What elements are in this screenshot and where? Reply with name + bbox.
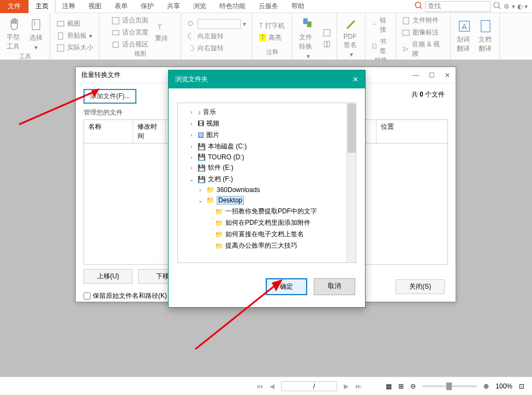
fit-page-btn[interactable]: 适合页面	[110, 15, 150, 26]
tab-browse[interactable]: 浏览	[187, 0, 213, 13]
search-icon[interactable]	[414, 1, 423, 11]
close-icon[interactable]: ✕	[445, 71, 450, 79]
zoom-value[interactable]: 100%	[495, 382, 512, 390]
tab-comment[interactable]: 注释	[56, 0, 82, 13]
tree-scrollbar[interactable]	[346, 103, 356, 262]
cancel-button[interactable]: 取消	[314, 278, 355, 295]
rotate-left-btn[interactable]: 向左旋转	[186, 31, 247, 41]
next-page-icon[interactable]: ▶	[344, 382, 349, 390]
signature-btn[interactable]: PDF签名▾	[342, 15, 361, 59]
group-view-label: 视图	[134, 50, 146, 59]
col-time[interactable]: 修改时间	[133, 120, 166, 143]
maximize-icon[interactable]: ☐	[429, 71, 435, 79]
add-file-button[interactable]: 添加文件(F)...	[83, 89, 136, 104]
svg-text:T: T	[158, 23, 162, 31]
svg-rect-16	[324, 29, 330, 36]
svg-rect-19	[403, 17, 409, 24]
tab-cloud[interactable]: 云服务	[252, 0, 285, 13]
svg-point-13	[188, 21, 193, 26]
keep-path-checkbox[interactable]	[83, 292, 91, 300]
move-up-button[interactable]: 上移(U)	[83, 269, 133, 284]
browse-close-icon[interactable]: ✕	[352, 75, 358, 83]
prev-page-icon[interactable]: ◀	[270, 382, 274, 390]
browse-folder-dialog: 浏览文件夹 ✕ ›♪音乐 ›🎞视频 ›🖼图片 ›💾本地磁盘 (C:) ›💾TOU…	[168, 70, 366, 308]
svg-rect-20	[403, 30, 409, 35]
search-input[interactable]: 查找	[425, 1, 491, 12]
zoom-out-icon[interactable]: ⊖	[410, 382, 416, 390]
page-input[interactable]: /	[281, 381, 337, 391]
merge-icon[interactable]	[321, 39, 332, 49]
tab-protect[interactable]: 保护	[134, 0, 160, 13]
group-comment-label: 注释	[266, 48, 278, 57]
close-button[interactable]: 关闭(S)	[396, 279, 445, 294]
doc-translate-btn[interactable]: 文档翻译	[476, 17, 496, 55]
svg-rect-7	[58, 33, 63, 39]
zoom-in-icon[interactable]: ⊕	[483, 382, 489, 390]
image-annot-btn[interactable]: 图像标注	[401, 27, 446, 38]
typewriter-btn[interactable]: T打字机	[258, 21, 286, 31]
rotate-right-btn[interactable]: 向右旋转	[186, 43, 247, 53]
last-page-icon[interactable]: ⏭	[355, 382, 362, 390]
keep-path-label: 保留原始文件名和路径(K)	[93, 291, 167, 301]
search-go-icon[interactable]	[493, 1, 501, 11]
fit-visible-btn[interactable]: 适合视区	[110, 39, 150, 50]
bookmark-btn[interactable]: 书签	[370, 37, 391, 56]
tab-special[interactable]: 特色功能	[213, 0, 252, 13]
screenshot-btn[interactable]: 截图	[55, 19, 94, 29]
col-location[interactable]: 位置	[376, 120, 447, 143]
svg-rect-11	[113, 42, 118, 47]
select-tool[interactable]: 选择▾	[26, 16, 46, 52]
reflow-btn[interactable]: T重排	[153, 21, 170, 44]
selected-folder: Desktop	[217, 196, 244, 205]
col-name[interactable]: 名称	[84, 120, 133, 143]
zoom-combo[interactable]: ▾	[186, 19, 247, 29]
folder-tree[interactable]: ›♪音乐 ›🎞视频 ›🖼图片 ›💾本地磁盘 (C:) ›💾TOURO (D:) …	[177, 103, 356, 263]
svg-rect-4	[32, 19, 40, 29]
svg-marker-21	[404, 47, 408, 51]
svg-rect-8	[57, 45, 64, 51]
tab-form[interactable]: 表单	[108, 0, 134, 13]
attach-btn[interactable]: 文件附件	[401, 15, 446, 26]
minimize-icon[interactable]: —	[413, 71, 419, 79]
ok-button[interactable]: 确定	[266, 278, 307, 295]
clipboard-btn[interactable]: 剪贴板 ▾	[55, 31, 94, 41]
svg-text:A: A	[462, 22, 467, 31]
svg-point-2	[494, 2, 499, 8]
tab-file[interactable]: 文件	[0, 0, 28, 13]
svg-line-1	[420, 7, 422, 9]
tab-view[interactable]: 视图	[82, 0, 108, 13]
file-count: 共 0 个文件	[411, 90, 445, 99]
convert-btn[interactable]: 文件转换▾	[297, 15, 319, 61]
svg-rect-24	[481, 20, 489, 32]
actual-size-btn[interactable]: 实际大小	[55, 43, 94, 53]
svg-line-3	[499, 7, 500, 9]
svg-rect-14	[303, 19, 307, 25]
browse-dialog-title: 浏览文件夹	[175, 75, 208, 84]
fit-width-btn[interactable]: 适合宽度	[110, 27, 150, 38]
ocr-icon[interactable]	[321, 28, 332, 38]
audio-video-btn[interactable]: 音频 & 视频	[401, 39, 446, 59]
svg-rect-18	[327, 41, 330, 47]
tab-help[interactable]: 帮助	[285, 0, 311, 13]
link-btn[interactable]: 链接	[370, 15, 391, 35]
status-bar: ⏮ ◀ / ▶ ⏭ ▦ ⊞ ⊖ ⊕ 100% ⊡	[0, 376, 532, 395]
word-translate-btn[interactable]: A划词翻译	[455, 17, 474, 55]
view-mode2-icon[interactable]: ⊞	[398, 382, 404, 390]
zoom-slider[interactable]	[422, 385, 477, 387]
hand-tool[interactable]: 手型工具	[4, 15, 24, 52]
tab-share[interactable]: 共享	[160, 0, 187, 13]
highlight-btn[interactable]: T高亮	[258, 33, 286, 43]
gear-icon[interactable]: ⚙ ▾	[504, 3, 515, 10]
svg-rect-9	[112, 17, 119, 24]
svg-rect-10	[112, 31, 119, 35]
svg-point-0	[415, 2, 421, 8]
first-page-icon[interactable]: ⏮	[256, 382, 263, 390]
tab-home[interactable]: 主页	[28, 0, 56, 13]
fit-icon[interactable]: ⊡	[519, 382, 524, 390]
svg-rect-17	[324, 41, 327, 47]
svg-rect-15	[307, 21, 311, 27]
svg-rect-6	[57, 21, 64, 26]
batch-dialog-title: 批量转换文件	[81, 70, 121, 80]
help-top-icon[interactable]: ◐ ▾	[517, 3, 528, 10]
view-mode-icon[interactable]: ▦	[386, 382, 392, 390]
